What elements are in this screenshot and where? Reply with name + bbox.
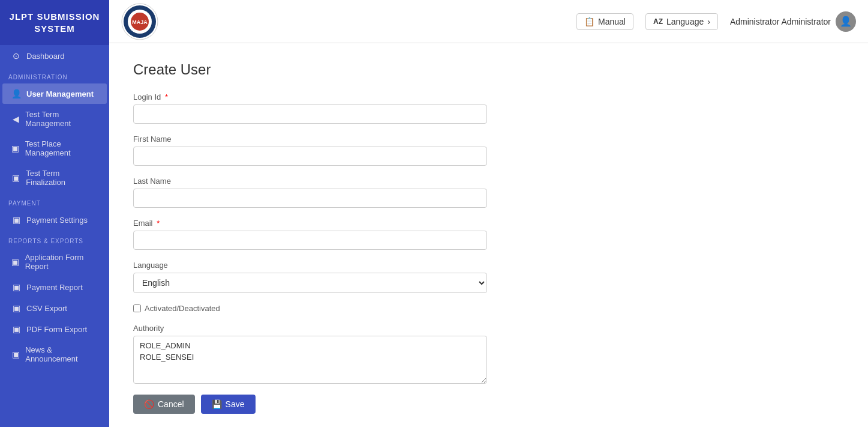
email-required: * <box>157 219 160 228</box>
language-field-label: Language <box>133 261 844 270</box>
role-sensei-option[interactable]: ROLE_SENSEI <box>140 351 480 363</box>
sidebar-item-application-form-report[interactable]: ▣Application Form Report <box>2 247 107 276</box>
authority-label: Authority <box>133 324 844 333</box>
logo: MAJA <box>121 3 158 40</box>
activated-row: Activated/Deactivated <box>133 304 844 313</box>
sidebar-item-test-term-finalization[interactable]: ▣Test Term Finalization <box>2 163 107 192</box>
first-name-input[interactable] <box>133 147 487 166</box>
save-button[interactable]: 💾 Save <box>201 395 256 414</box>
sidebar-header: JLPT SUBMISSION SYSTEM <box>0 0 109 45</box>
sidebar-nav: ⊙DashboardADMINISTRATION👤User Management… <box>0 45 109 423</box>
last-name-label: Last Name <box>133 177 844 186</box>
user-menu[interactable]: Administrator Administrator 👤 <box>730 11 856 32</box>
content-area: Create User Login Id * First Name Last N… <box>109 43 868 427</box>
test-term-finalization-icon: ▣ <box>11 173 21 183</box>
email-group: Email * <box>133 219 844 250</box>
sidebar-item-label-news-announcement: News & Announcement <box>25 345 98 363</box>
language-icon: AZ <box>653 17 663 26</box>
sidebar-item-pdf-form-export[interactable]: ▣PDF Form Export <box>2 319 107 339</box>
language-label: Language <box>666 17 704 26</box>
main-wrapper: MAJA 📋 Manual AZ Language › Administrato… <box>109 0 868 427</box>
sidebar-item-payment-settings[interactable]: ▣Payment Settings <box>2 210 107 230</box>
dashboard-icon: ⊙ <box>11 51 22 61</box>
user-name: Administrator Administrator <box>730 17 831 26</box>
sidebar-item-label-payment-report: Payment Report <box>26 283 83 292</box>
sidebar-item-label-dashboard: Dashboard <box>26 52 65 61</box>
news-announcement-icon: ▣ <box>11 350 20 359</box>
sidebar-item-label-test-place-management: Test Place Management <box>25 139 98 157</box>
language-group: Language English Japanese Myanmar <box>133 261 844 293</box>
login-id-label: Login Id * <box>133 92 844 101</box>
sidebar-item-label-application-form-report: Application Form Report <box>25 253 98 271</box>
ban-icon: 🚫 <box>144 399 154 409</box>
last-name-group: Last Name <box>133 177 844 208</box>
sidebar-section-payment: PAYMENT <box>0 193 109 209</box>
svg-text:MAJA: MAJA <box>132 19 148 25</box>
avatar: 👤 <box>836 11 856 32</box>
login-id-group: Login Id * <box>133 92 844 124</box>
authority-group: Authority ROLE_ADMIN ROLE_SENSEI <box>133 324 844 384</box>
sidebar-item-label-pdf-form-export: PDF Form Export <box>26 325 87 334</box>
test-place-management-icon: ▣ <box>11 144 20 153</box>
sidebar-item-test-term-management[interactable]: ◀Test Term Management <box>2 104 107 133</box>
test-term-management-icon: ◀ <box>11 114 20 124</box>
sidebar-section-administration: ADMINISTRATION <box>0 67 109 83</box>
sidebar-item-user-management[interactable]: 👤User Management <box>2 83 107 104</box>
first-name-label: First Name <box>133 135 844 144</box>
header: MAJA 📋 Manual AZ Language › Administrato… <box>109 0 868 43</box>
sidebar-item-label-payment-settings: Payment Settings <box>26 216 88 225</box>
sidebar-item-test-place-management[interactable]: ▣Test Place Management <box>2 134 107 163</box>
user-icon: 👤 <box>840 16 852 27</box>
role-admin-option[interactable]: ROLE_ADMIN <box>140 340 480 351</box>
sidebar: JLPT SUBMISSION SYSTEM ⊙DashboardADMINIS… <box>0 0 109 427</box>
sidebar-item-label-test-term-finalization: Test Term Finalization <box>26 169 98 187</box>
header-actions: 📋 Manual AZ Language › Administrator Adm… <box>576 11 856 32</box>
last-name-input[interactable] <box>133 189 487 208</box>
app-title-line2: SYSTEM <box>6 23 103 35</box>
email-input[interactable] <box>133 231 487 250</box>
cancel-button[interactable]: 🚫 Cancel <box>133 395 195 414</box>
first-name-group: First Name <box>133 135 844 166</box>
activated-label: Activated/Deactivated <box>145 304 220 313</box>
sidebar-item-csv-export[interactable]: ▣CSV Export <box>2 298 107 318</box>
sidebar-collapse-area: ‹ <box>0 423 109 427</box>
login-id-input[interactable] <box>133 104 487 124</box>
pdf-form-export-icon: ▣ <box>11 324 22 334</box>
sidebar-section-reports-&-exports: REPORTS & EXPORTS <box>0 231 109 247</box>
payment-report-icon: ▣ <box>11 282 22 292</box>
email-label: Email * <box>133 219 844 228</box>
app-title-line1: JLPT SUBMISSION <box>6 11 103 23</box>
activated-checkbox[interactable] <box>133 304 141 312</box>
language-select[interactable]: English Japanese Myanmar <box>133 273 487 293</box>
language-button[interactable]: AZ Language › <box>645 13 718 30</box>
sidebar-item-news-announcement[interactable]: ▣News & Announcement <box>2 340 107 369</box>
csv-export-icon: ▣ <box>11 303 22 313</box>
sidebar-item-dashboard[interactable]: ⊙Dashboard <box>2 46 107 66</box>
form-buttons: 🚫 Cancel 💾 Save <box>133 395 844 414</box>
authority-listbox[interactable]: ROLE_ADMIN ROLE_SENSEI <box>133 336 487 384</box>
authority-options: ROLE_ADMIN ROLE_SENSEI <box>140 340 480 363</box>
sidebar-item-payment-report[interactable]: ▣Payment Report <box>2 277 107 297</box>
page-title: Create User <box>133 61 844 78</box>
payment-settings-icon: ▣ <box>11 215 22 225</box>
application-form-report-icon: ▣ <box>11 257 20 267</box>
manual-label: Manual <box>598 17 626 26</box>
sidebar-item-label-test-term-management: Test Term Management <box>25 110 98 128</box>
chevron-right-icon: › <box>707 17 710 26</box>
user-management-icon: 👤 <box>11 89 22 98</box>
login-id-required: * <box>165 92 168 101</box>
sidebar-item-label-user-management: User Management <box>26 89 94 98</box>
manual-button[interactable]: 📋 Manual <box>576 13 633 30</box>
save-icon: 💾 <box>212 399 222 409</box>
sidebar-item-label-csv-export: CSV Export <box>26 304 67 313</box>
manual-icon: 📋 <box>584 17 594 26</box>
